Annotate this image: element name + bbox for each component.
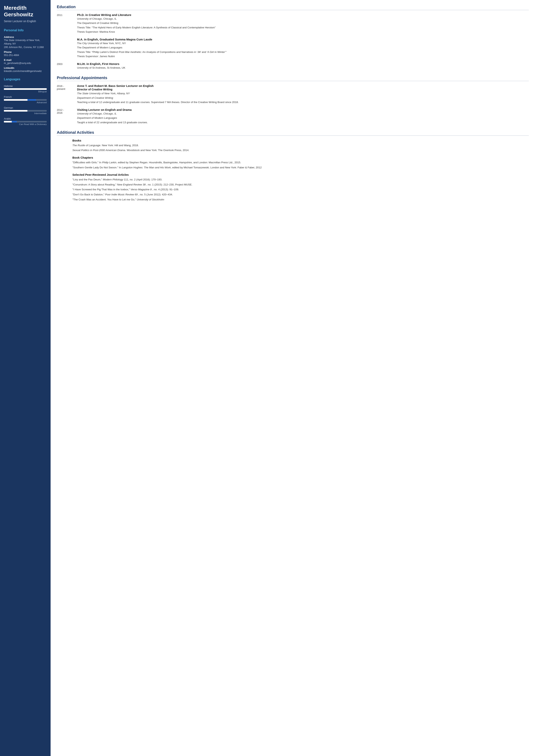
address-label: Address <box>4 36 47 39</box>
education-entry-ma: M.A. in English, Graduated Summa Magna C… <box>57 38 529 59</box>
appointment-1: 2016 - present Anne T. and Robert M. Bas… <box>57 84 529 105</box>
books-heading: Books <box>72 139 529 142</box>
edu-year-ma <box>57 38 72 59</box>
article-5: "The Crash Was an Accident. You Have to … <box>72 198 529 202</box>
main-content: Education 2011 Ph.D. in Creative Writing… <box>51 0 535 756</box>
address-block: Address The State University of New York… <box>4 36 47 49</box>
appt-institution-1: The State University of New York, Albany… <box>77 92 529 95</box>
edu-year-mlitt: 2003 <box>57 62 72 70</box>
linkedin-label: LinkedIn <box>4 67 47 69</box>
book-1-title: The Rustle of Language <box>72 144 100 147</box>
edu-content-ma: M.A. in English, Graduated Summa Magna C… <box>77 38 529 59</box>
appt-year-1: 2016 - present <box>57 84 72 105</box>
chapter-1: "Difficulties with Girls." In Philip Lar… <box>72 160 529 165</box>
appt-content-1: Anne T. and Robert M. Bass Senior Lectur… <box>77 84 529 105</box>
activities-content: Books The Rustle of Language. New York: … <box>57 139 529 202</box>
journal-articles-block: Selected Peer-Reviewed Journal Articles … <box>72 173 529 202</box>
lang-bar-french <box>4 99 47 101</box>
appt-year-2: 2012 - 2016 <box>57 108 72 125</box>
appt-subtitle-1: Director of Creative Writing <box>77 88 529 91</box>
lang-bar-arabic <box>4 121 47 122</box>
journal-articles-heading: Selected Peer-Reviewed Journal Articles <box>72 173 529 176</box>
appointments-section: Professional Appointments 2016 - present… <box>57 76 529 125</box>
lang-bar-german <box>4 110 47 112</box>
book-chapters-block: Book Chapters "Difficulties with Girls."… <box>72 156 529 170</box>
appt-title-2: Visiting Lecturer on English and Drama <box>77 108 529 111</box>
language-hebrew: Hebrew Bilingual <box>4 85 47 93</box>
sidebar: Meredith Gershowitz Senior Lecturer on E… <box>0 0 51 756</box>
activities-heading: Additional Activities <box>57 130 529 136</box>
address-line-1: The State University of New York, <box>4 39 47 41</box>
lang-fill-german <box>4 110 27 112</box>
language-arabic: Arabic Can Read With a Dictionary <box>4 117 47 125</box>
lang-level-german: Intermediate <box>4 112 47 115</box>
edu-content-phd: Ph.D. in Creative Writing and Literature… <box>77 13 529 34</box>
edu-degree-ma: M.A. in English, Graduated Summa Magna C… <box>77 38 529 41</box>
education-section: Education 2011 Ph.D. in Creative Writing… <box>57 5 529 70</box>
person-title: Senior Lecturer on English <box>4 20 47 23</box>
lang-name-arabic: Arabic <box>4 117 47 120</box>
lang-name-hebrew: Hebrew <box>4 85 47 88</box>
appt-desc-1: Teaching a total of 12 undergraduate and… <box>77 100 529 104</box>
appt-desc-2: Taught a total of 22 undergraduate and 1… <box>77 121 529 124</box>
lang-accent-french <box>27 99 36 101</box>
edu-institution-mlitt: University of St Andrews, St Andrews, UK <box>77 66 529 70</box>
lang-accent-arabic <box>12 121 17 122</box>
edu-content-mlitt: M.Litt. in English, First Honors Univers… <box>77 62 529 70</box>
person-name: Meredith Gershowitz <box>4 5 47 18</box>
article-1: "Livy and the Pax Deum," Modern Philolog… <box>72 177 529 182</box>
education-heading: Education <box>57 5 529 10</box>
article-2: "Conundrum: A Story about Reading," New … <box>72 182 529 187</box>
linkedin-value: linkedin.com/in/meredithgershowitz <box>4 70 47 72</box>
appointments-heading: Professional Appointments <box>57 76 529 81</box>
appt-dept-2: Department of Modern Languages <box>77 116 529 120</box>
lang-name-french: French <box>4 95 47 98</box>
email-value: m_gershowitz@suny.edu <box>4 62 47 65</box>
edu-supervisor-ma: Thesis Supervisor: James Nutini <box>77 54 529 58</box>
edu-thesis-phd: Thesis Title: “The Hybrid Hero of Early … <box>77 26 529 30</box>
edu-degree-mlitt: M.Litt. in English, First Honors <box>77 62 529 66</box>
linkedin-block: LinkedIn linkedin.com/in/meredithgershow… <box>4 67 47 72</box>
book-chapters-heading: Book Chapters <box>72 156 529 159</box>
book-1: The Rustle of Language. New York: Hill a… <box>72 143 529 148</box>
phone-block: Phone 551-251-4884 <box>4 50 47 57</box>
edu-thesis-ma: Thesis Title: “Philip Larkin’s Distinct … <box>77 50 529 54</box>
lang-level-arabic: Can Read With a Dictionary <box>4 123 47 125</box>
lang-bar-hebrew <box>4 88 47 90</box>
appt-content-2: Visiting Lecturer on English and Drama U… <box>77 108 529 125</box>
personal-info-heading: Personal Info <box>4 27 47 33</box>
lang-fill-hebrew <box>4 88 47 90</box>
edu-institution-ma: The City University of New York, NYC, NY <box>77 41 529 45</box>
edu-year-phd: 2011 <box>57 13 72 34</box>
edu-dept-ma: The Department of Modern Languages <box>77 46 529 50</box>
phone-label: Phone <box>4 50 47 53</box>
email-block: E-mail m_gershowitz@suny.edu <box>4 59 47 65</box>
education-entry-phd: 2011 Ph.D. in Creative Writing and Liter… <box>57 13 529 34</box>
book-2-title: Sexual Politics in Post-2000 American Dr… <box>72 149 125 151</box>
article-3: "I Have Screwed the Pig That Was in the … <box>72 187 529 192</box>
article-4: "Don't Go Back to Dalston," Poor Indie M… <box>72 192 529 197</box>
appt-dept-1: Department of Creative Writing <box>77 96 529 100</box>
languages-heading: Languages <box>4 76 47 82</box>
language-german: German Intermediate <box>4 106 47 115</box>
email-label: E-mail <box>4 59 47 62</box>
book-2: Sexual Politics in Post-2000 American Dr… <box>72 148 529 152</box>
phone-value: 551-251-4884 <box>4 54 47 57</box>
lang-level-hebrew: Bilingual <box>4 91 47 93</box>
address-line-2: Albany, NY <box>4 42 47 45</box>
edu-institution-phd: University of Chicago, Chicago, IL <box>77 17 529 21</box>
activities-section: Additional Activities Books The Rustle o… <box>57 130 529 202</box>
lang-level-french: Advanced <box>4 101 47 104</box>
appt-institution-2: University of Chicago, Chicago, IL <box>77 112 529 116</box>
books-block: Books The Rustle of Language. New York: … <box>72 139 529 152</box>
education-entry-mlitt: 2003 M.Litt. in English, First Honors Un… <box>57 62 529 70</box>
appointment-2: 2012 - 2016 Visiting Lecturer on English… <box>57 108 529 125</box>
appt-title-1: Anne T. and Robert M. Bass Senior Lectur… <box>77 84 529 88</box>
edu-degree-phd: Ph.D. in Creative Writing and Literature <box>77 13 529 16</box>
edu-dept-phd: The Department of Creative Writing <box>77 21 529 25</box>
lang-name-german: German <box>4 106 47 109</box>
address-line-3: 295 Johnson Rd., Corona, NY 11368 <box>4 46 47 49</box>
edu-supervisor-phd: Thesis Supervisor: Martina Knox <box>77 30 529 34</box>
chapter-2: "Southern Gentle Lady Do Not Swoon." In … <box>72 165 529 170</box>
language-french: French Advanced <box>4 95 47 104</box>
